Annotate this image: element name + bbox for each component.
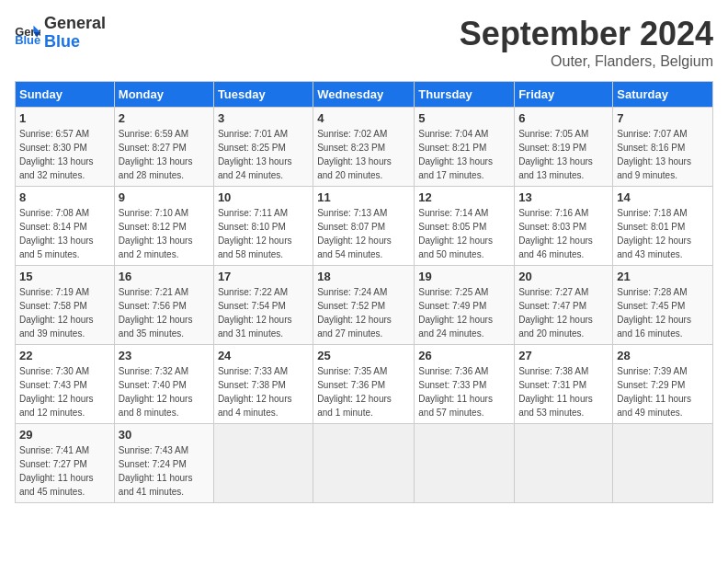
- day-cell-16: 16Sunrise: 7:21 AM Sunset: 7:56 PM Dayli…: [114, 266, 213, 345]
- day-cell-12: 12Sunrise: 7:14 AM Sunset: 8:05 PM Dayli…: [415, 187, 515, 266]
- day-cell-empty: [613, 424, 713, 503]
- day-info: Sunrise: 7:36 AM Sunset: 7:33 PM Dayligh…: [418, 364, 510, 419]
- day-info: Sunrise: 7:32 AM Sunset: 7:40 PM Dayligh…: [119, 364, 210, 419]
- day-cell-24: 24Sunrise: 7:33 AM Sunset: 7:38 PM Dayli…: [213, 345, 313, 424]
- week-row-1: 1Sunrise: 6:57 AM Sunset: 8:30 PM Daylig…: [16, 108, 713, 187]
- day-number: 24: [218, 349, 309, 362]
- day-info: Sunrise: 7:24 AM Sunset: 7:52 PM Dayligh…: [317, 285, 410, 340]
- location-title: Outer, Flanders, Belgium: [460, 53, 713, 70]
- day-cell-13: 13Sunrise: 7:16 AM Sunset: 8:03 PM Dayli…: [515, 187, 613, 266]
- day-cell-3: 3Sunrise: 7:01 AM Sunset: 8:25 PM Daylig…: [213, 108, 313, 187]
- day-cell-7: 7Sunrise: 7:07 AM Sunset: 8:16 PM Daylig…: [613, 108, 713, 187]
- month-title: September 2024: [460, 15, 713, 53]
- day-info: Sunrise: 7:08 AM Sunset: 8:14 PM Dayligh…: [19, 206, 110, 261]
- day-cell-8: 8Sunrise: 7:08 AM Sunset: 8:14 PM Daylig…: [16, 187, 115, 266]
- day-info: Sunrise: 7:41 AM Sunset: 7:27 PM Dayligh…: [19, 443, 110, 499]
- day-cell-26: 26Sunrise: 7:36 AM Sunset: 7:33 PM Dayli…: [415, 345, 515, 424]
- day-number: 12: [418, 190, 510, 204]
- day-info: Sunrise: 7:33 AM Sunset: 7:38 PM Dayligh…: [218, 364, 309, 419]
- day-header-friday: Friday: [515, 82, 613, 108]
- day-cell-11: 11Sunrise: 7:13 AM Sunset: 8:07 PM Dayli…: [313, 187, 415, 266]
- day-info: Sunrise: 7:10 AM Sunset: 8:12 PM Dayligh…: [119, 206, 210, 261]
- week-row-5: 29Sunrise: 7:41 AM Sunset: 7:27 PM Dayli…: [16, 424, 713, 503]
- day-cell-6: 6Sunrise: 7:05 AM Sunset: 8:19 PM Daylig…: [515, 108, 613, 187]
- day-number: 29: [19, 428, 110, 442]
- day-cell-22: 22Sunrise: 7:30 AM Sunset: 7:43 PM Dayli…: [16, 345, 115, 424]
- day-cell-1: 1Sunrise: 6:57 AM Sunset: 8:30 PM Daylig…: [16, 108, 115, 187]
- week-row-3: 15Sunrise: 7:19 AM Sunset: 7:58 PM Dayli…: [16, 266, 713, 345]
- day-number: 3: [218, 111, 309, 125]
- day-info: Sunrise: 7:07 AM Sunset: 8:16 PM Dayligh…: [617, 127, 709, 182]
- day-cell-15: 15Sunrise: 7:19 AM Sunset: 7:58 PM Dayli…: [16, 266, 115, 345]
- day-header-thursday: Thursday: [415, 82, 515, 108]
- day-number: 25: [317, 349, 410, 362]
- day-number: 6: [518, 111, 609, 125]
- day-number: 27: [518, 349, 609, 362]
- day-info: Sunrise: 7:25 AM Sunset: 7:49 PM Dayligh…: [418, 285, 510, 340]
- calendar-table: SundayMondayTuesdayWednesdayThursdayFrid…: [15, 81, 713, 503]
- day-info: Sunrise: 7:18 AM Sunset: 8:01 PM Dayligh…: [617, 206, 709, 261]
- day-number: 19: [418, 270, 510, 283]
- day-number: 21: [617, 270, 709, 283]
- week-row-2: 8Sunrise: 7:08 AM Sunset: 8:14 PM Daylig…: [16, 187, 713, 266]
- day-info: Sunrise: 7:28 AM Sunset: 7:45 PM Dayligh…: [617, 285, 709, 340]
- day-cell-14: 14Sunrise: 7:18 AM Sunset: 8:01 PM Dayli…: [613, 187, 713, 266]
- day-info: Sunrise: 7:21 AM Sunset: 7:56 PM Dayligh…: [119, 285, 210, 340]
- day-info: Sunrise: 7:02 AM Sunset: 8:23 PM Dayligh…: [317, 127, 410, 182]
- day-info: Sunrise: 7:04 AM Sunset: 8:21 PM Dayligh…: [418, 127, 510, 182]
- day-cell-20: 20Sunrise: 7:27 AM Sunset: 7:47 PM Dayli…: [515, 266, 613, 345]
- day-info: Sunrise: 7:13 AM Sunset: 8:07 PM Dayligh…: [317, 206, 410, 261]
- day-number: 26: [418, 349, 510, 362]
- day-cell-empty: [313, 424, 415, 503]
- day-number: 1: [19, 111, 110, 125]
- day-info: Sunrise: 7:35 AM Sunset: 7:36 PM Dayligh…: [317, 364, 410, 419]
- day-info: Sunrise: 7:39 AM Sunset: 7:29 PM Dayligh…: [617, 364, 709, 419]
- day-number: 11: [317, 190, 410, 204]
- day-header-row: SundayMondayTuesdayWednesdayThursdayFrid…: [16, 82, 713, 108]
- day-number: 28: [617, 349, 709, 362]
- day-info: Sunrise: 7:11 AM Sunset: 8:10 PM Dayligh…: [218, 206, 309, 261]
- svg-text:Blue: Blue: [15, 33, 40, 44]
- logo: General Blue General Blue: [15, 15, 106, 52]
- day-cell-28: 28Sunrise: 7:39 AM Sunset: 7:29 PM Dayli…: [613, 345, 713, 424]
- day-number: 2: [119, 111, 210, 125]
- day-info: Sunrise: 7:43 AM Sunset: 7:24 PM Dayligh…: [119, 443, 210, 499]
- day-header-tuesday: Tuesday: [213, 82, 313, 108]
- day-info: Sunrise: 7:01 AM Sunset: 8:25 PM Dayligh…: [218, 127, 309, 182]
- day-cell-4: 4Sunrise: 7:02 AM Sunset: 8:23 PM Daylig…: [313, 108, 415, 187]
- day-cell-18: 18Sunrise: 7:24 AM Sunset: 7:52 PM Dayli…: [313, 266, 415, 345]
- day-info: Sunrise: 7:05 AM Sunset: 8:19 PM Dayligh…: [518, 127, 609, 182]
- day-info: Sunrise: 7:14 AM Sunset: 8:05 PM Dayligh…: [418, 206, 510, 261]
- day-number: 13: [518, 190, 609, 204]
- day-cell-10: 10Sunrise: 7:11 AM Sunset: 8:10 PM Dayli…: [213, 187, 313, 266]
- day-number: 17: [218, 270, 309, 283]
- day-cell-29: 29Sunrise: 7:41 AM Sunset: 7:27 PM Dayli…: [16, 424, 115, 503]
- title-area: September 2024 Outer, Flanders, Belgium: [460, 15, 713, 70]
- day-info: Sunrise: 7:22 AM Sunset: 7:54 PM Dayligh…: [218, 285, 309, 340]
- day-info: Sunrise: 7:16 AM Sunset: 8:03 PM Dayligh…: [518, 206, 609, 261]
- day-number: 18: [317, 270, 410, 283]
- day-cell-empty: [213, 424, 313, 503]
- day-cell-25: 25Sunrise: 7:35 AM Sunset: 7:36 PM Dayli…: [313, 345, 415, 424]
- day-cell-17: 17Sunrise: 7:22 AM Sunset: 7:54 PM Dayli…: [213, 266, 313, 345]
- day-header-monday: Monday: [114, 82, 213, 108]
- day-cell-empty: [515, 424, 613, 503]
- header: General Blue General Blue September 2024…: [15, 15, 713, 70]
- day-number: 22: [19, 349, 110, 362]
- day-cell-9: 9Sunrise: 7:10 AM Sunset: 8:12 PM Daylig…: [114, 187, 213, 266]
- day-info: Sunrise: 7:19 AM Sunset: 7:58 PM Dayligh…: [19, 285, 110, 340]
- day-number: 20: [518, 270, 609, 283]
- day-number: 5: [418, 111, 510, 125]
- day-number: 23: [119, 349, 210, 362]
- logo-icon: General Blue: [15, 22, 40, 44]
- day-number: 7: [617, 111, 709, 125]
- day-cell-21: 21Sunrise: 7:28 AM Sunset: 7:45 PM Dayli…: [613, 266, 713, 345]
- day-info: Sunrise: 6:59 AM Sunset: 8:27 PM Dayligh…: [119, 127, 210, 182]
- day-number: 15: [19, 270, 110, 283]
- day-cell-30: 30Sunrise: 7:43 AM Sunset: 7:24 PM Dayli…: [114, 424, 213, 503]
- day-cell-5: 5Sunrise: 7:04 AM Sunset: 8:21 PM Daylig…: [415, 108, 515, 187]
- day-cell-empty: [415, 424, 515, 503]
- day-info: Sunrise: 7:38 AM Sunset: 7:31 PM Dayligh…: [518, 364, 609, 419]
- logo-general-text: General: [44, 15, 106, 33]
- day-number: 14: [617, 190, 709, 204]
